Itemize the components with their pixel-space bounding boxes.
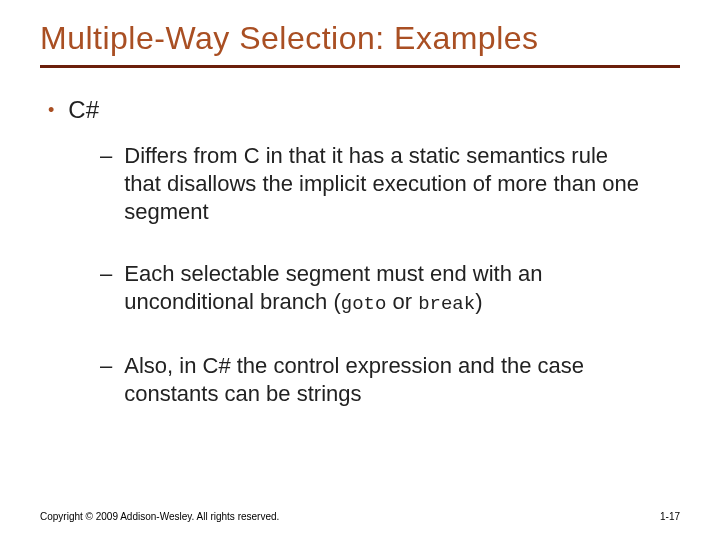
slide: Multiple-Way Selection: Examples • C# – …: [0, 0, 720, 540]
bullet-dash-icon: –: [100, 352, 112, 380]
page-number: 1-17: [660, 511, 680, 522]
bullet-l2-text: Differs from C in that it has a static s…: [124, 142, 650, 226]
code-break: break: [418, 293, 475, 315]
title-rule: [40, 65, 680, 68]
bullet-level2: – Each selectable segment must end with …: [100, 260, 650, 318]
bullet-dash-icon: –: [100, 260, 112, 288]
bullet-level2: – Also, in C# the control expression and…: [100, 352, 650, 408]
text-run: or: [386, 289, 418, 314]
code-goto: goto: [341, 293, 387, 315]
bullet-level2: – Differs from C in that it has a static…: [100, 142, 650, 226]
bullet-l2-text: Each selectable segment must end with an…: [124, 260, 650, 318]
bullet-dot-icon: •: [48, 96, 54, 124]
bullet-l1-text: C#: [68, 96, 99, 124]
copyright-text: Copyright © 2009 Addison-Wesley. All rig…: [40, 511, 279, 522]
bullet-l2-text: Also, in C# the control expression and t…: [124, 352, 650, 408]
bullet-level1: • C#: [48, 96, 680, 124]
bullet-dash-icon: –: [100, 142, 112, 170]
slide-title: Multiple-Way Selection: Examples: [40, 20, 680, 57]
footer: Copyright © 2009 Addison-Wesley. All rig…: [40, 511, 680, 522]
text-run: ): [475, 289, 482, 314]
